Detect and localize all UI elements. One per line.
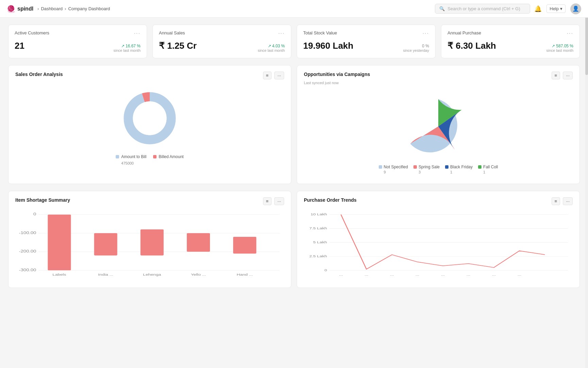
- kpi-menu-2[interactable]: ···: [423, 30, 429, 36]
- pie-label-2: Black Friday: [450, 165, 473, 169]
- legend-label-billed: Billed Amount: [159, 154, 183, 159]
- kpi-title-1: Annual Sales: [159, 30, 185, 35]
- breadcrumb-sep2: ›: [65, 6, 66, 11]
- svg-text:10 Lakh: 10 Lakh: [311, 213, 327, 216]
- kpi-value-2: 19.960 Lakh: [303, 41, 353, 51]
- filter-button-sales[interactable]: ≡: [263, 72, 272, 79]
- notification-bell-icon[interactable]: 🔔: [534, 5, 542, 13]
- pie-label-1: Spring Sale: [419, 165, 440, 169]
- kpi-card-annual-sales: Annual Sales ··· ₹ 1.25 Cr ↗ 4.03 % sinc…: [152, 25, 291, 58]
- kpi-title-0: Active Customers: [15, 30, 49, 35]
- legend-dot-amount: [116, 155, 119, 158]
- more-button-sales[interactable]: ···: [274, 72, 284, 79]
- breadcrumb-sep: ›: [37, 6, 39, 11]
- svg-rect-15: [141, 229, 164, 255]
- kpi-value-3: ₹ 6.30 Lakh: [447, 41, 496, 51]
- line-chart-area: 10 Lakh 7.5 Lakh 5 Lakh 2.5 Lakh 0 ... .…: [304, 206, 573, 281]
- svg-text:Lehenga: Lehenga: [143, 273, 161, 276]
- kpi-menu-3[interactable]: ···: [567, 30, 573, 36]
- bar-chart-svg: 0 -100.00 -200.00 -300.00 Labels India .: [15, 210, 284, 278]
- kpi-menu-0[interactable]: ···: [134, 30, 141, 36]
- legend-item-billed-amount: Billed Amount: [153, 154, 183, 165]
- donut-chart-svg: [119, 88, 180, 149]
- kpi-card-total-stock: Total Stock Value ··· 19.960 Lakh 0 % si…: [297, 25, 436, 58]
- svg-text:-200.00: -200.00: [19, 249, 36, 254]
- top-navigation: 🧶 spindl › Dashboard › Company Dashboard…: [0, 0, 588, 18]
- line-chart-svg: 10 Lakh 7.5 Lakh 5 Lakh 2.5 Lakh 0 ... .…: [304, 210, 573, 278]
- svg-text:...: ...: [339, 273, 343, 276]
- pie-legend-black-friday: Black Friday 1: [445, 165, 473, 174]
- pie-legend: Not Specified 9 Spring Sale 3: [379, 165, 498, 174]
- pie-dot-1: [413, 165, 417, 169]
- kpi-card-active-customers: Active Customers ··· 21 ↗ 16.67 % since …: [8, 25, 147, 58]
- pie-count-2: 1: [450, 170, 452, 174]
- kpi-title-3: Annual Purchase: [447, 30, 481, 35]
- avatar[interactable]: 👤: [570, 3, 581, 14]
- up-arrow-icon-3: ↗: [552, 44, 555, 48]
- kpi-row: Active Customers ··· 21 ↗ 16.67 % since …: [8, 25, 580, 58]
- help-label: Help: [550, 6, 559, 11]
- svg-text:India ...: India ...: [98, 273, 113, 276]
- kpi-menu-1[interactable]: ···: [278, 30, 285, 36]
- filter-button-shortage[interactable]: ≡: [263, 197, 272, 205]
- more-button-shortage[interactable]: ···: [274, 197, 284, 205]
- svg-text:7.5 Lakh: 7.5 Lakh: [309, 227, 327, 230]
- svg-text:-300.00: -300.00: [19, 268, 36, 272]
- svg-text:...: ...: [415, 273, 419, 276]
- pie-label-3: Fall Coll: [483, 165, 498, 169]
- scrollbar-track[interactable]: [585, 0, 588, 302]
- legend-value-amount: 475000: [121, 161, 134, 165]
- up-arrow-icon-1: ↗: [268, 44, 271, 48]
- kpi-since-2: since yesterday: [403, 48, 429, 52]
- legend-label-amount: Amount to Bill: [121, 154, 146, 159]
- svg-rect-13: [94, 233, 117, 255]
- pie-count-1: 3: [419, 170, 421, 174]
- nav-actions: 🔔 Help ▾ 👤: [534, 3, 581, 14]
- search-bar[interactable]: 🔍 Search or type a command (Ctrl + G): [435, 4, 530, 14]
- brand-icon: 🧶: [7, 5, 15, 13]
- svg-rect-11: [48, 215, 71, 271]
- pie-dot-2: [445, 165, 448, 169]
- donut-chart-container: Amount to Bill 475000 Billed Amount: [15, 81, 284, 169]
- pie-chart-svg: [404, 92, 472, 160]
- svg-text:...: ...: [467, 273, 470, 276]
- legend-dot-billed: [153, 155, 157, 158]
- legend-item-amount-to-bill: Amount to Bill 475000: [116, 154, 146, 165]
- brand-logo[interactable]: 🧶 spindl: [7, 5, 33, 13]
- purchase-chart-title: Purchase Order Trends: [304, 197, 357, 203]
- kpi-change-2: 0 %: [422, 44, 429, 48]
- svg-text:Hand ...: Hand ...: [236, 273, 253, 276]
- svg-text:Labels: Labels: [52, 273, 66, 276]
- kpi-value-0: 21: [15, 41, 24, 51]
- svg-text:0: 0: [33, 212, 36, 216]
- first-chart-row: Sales Order Analysis ≡ ···: [8, 65, 580, 184]
- breadcrumb-item-company[interactable]: Company Dashboard: [68, 6, 110, 11]
- svg-text:...: ...: [492, 273, 496, 276]
- pie-legend-fall-coll: Fall Coll 1: [478, 165, 498, 174]
- pie-count-0: 9: [384, 170, 386, 174]
- pie-legend-not-specified: Not Specified 9: [379, 165, 408, 174]
- svg-point-2: [133, 102, 167, 135]
- filter-button-opps[interactable]: ≡: [552, 72, 560, 79]
- svg-text:Yello ...: Yello ...: [191, 273, 206, 276]
- sales-order-analysis-panel: Sales Order Analysis ≡ ···: [8, 65, 291, 184]
- more-button-opps[interactable]: ···: [563, 72, 573, 79]
- filter-button-purchase[interactable]: ≡: [552, 197, 560, 205]
- help-chevron-icon: ▾: [560, 6, 562, 11]
- bar-chart-area: 0 -100.00 -200.00 -300.00 Labels India .: [15, 206, 284, 281]
- up-arrow-icon: ↗: [121, 44, 125, 48]
- breadcrumb-item-dashboard[interactable]: Dashboard: [41, 6, 63, 11]
- donut-legend: Amount to Bill 475000 Billed Amount: [116, 154, 183, 165]
- opps-chart-title: Opportunities via Campaigns: [304, 72, 370, 77]
- kpi-since-1: since last month: [258, 48, 285, 52]
- item-shortage-panel: Item Shortage Summary ≡ ··· 0 -100.00 -2…: [8, 191, 291, 288]
- help-button[interactable]: Help ▾: [546, 4, 566, 13]
- kpi-change-1: ↗ 4.03 %: [268, 44, 285, 48]
- more-button-purchase[interactable]: ···: [563, 197, 573, 205]
- kpi-title-2: Total Stock Value: [303, 30, 337, 35]
- kpi-card-annual-purchase: Annual Purchase ··· ₹ 6.30 Lakh ↗ 587.05…: [441, 25, 580, 58]
- search-placeholder: Search or type a command (Ctrl + G): [447, 6, 520, 11]
- svg-text:0: 0: [325, 269, 327, 272]
- opportunities-panel: Opportunities via Campaigns ≡ ··· Last s…: [297, 65, 580, 184]
- purchase-order-panel: Purchase Order Trends ≡ ··· 10 Lakh 7.5 …: [297, 191, 580, 288]
